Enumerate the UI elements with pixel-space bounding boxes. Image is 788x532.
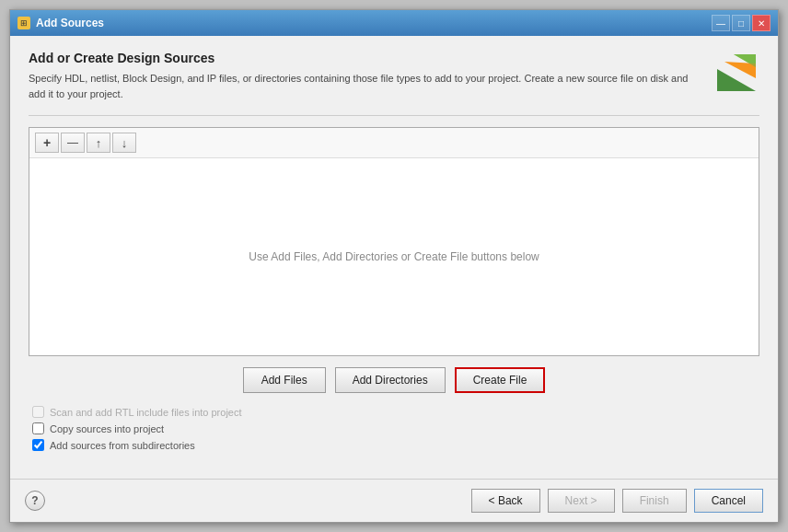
back-button[interactable]: < Back <box>471 489 540 513</box>
options-section: Scan and add RTL include files into proj… <box>29 406 759 451</box>
copy-checkbox[interactable] <box>32 422 44 434</box>
window-title: Add Sources <box>36 17 104 29</box>
minimize-button[interactable]: — <box>712 15 730 31</box>
page-title: Add or Create Design Sources <box>29 51 690 65</box>
subdirs-option-row: Add sources from subdirectories <box>32 439 759 451</box>
add-file-toolbar-button[interactable]: + <box>35 133 59 153</box>
move-up-toolbar-button[interactable]: ↑ <box>87 133 110 153</box>
main-content: Add or Create Design Sources Specify HDL… <box>10 36 778 479</box>
subdirs-label: Add sources from subdirectories <box>50 440 195 451</box>
minus-icon: — <box>67 136 78 149</box>
bottom-bar: ? < Back Next > Finish Cancel <box>10 479 778 522</box>
add-files-button[interactable]: Add Files <box>243 367 326 393</box>
header-section: Add or Create Design Sources Specify HDL… <box>29 51 759 102</box>
bottom-left: ? <box>25 491 45 511</box>
maximize-button[interactable]: □ <box>732 15 750 31</box>
close-button[interactable]: ✕ <box>752 15 771 31</box>
remove-file-toolbar-button[interactable]: — <box>61 133 85 153</box>
file-list-placeholder: Use Add Files, Add Directories or Create… <box>249 250 539 263</box>
header-separator <box>29 115 759 116</box>
add-directories-button[interactable]: Add Directories <box>335 367 446 393</box>
logo-icon <box>708 51 759 102</box>
move-down-toolbar-button[interactable]: ↓ <box>112 133 136 153</box>
scan-option-row: Scan and add RTL include files into proj… <box>32 406 759 418</box>
header-text: Add or Create Design Sources Specify HDL… <box>29 51 708 101</box>
file-list-area: Use Add Files, Add Directories or Create… <box>29 158 759 355</box>
copy-option-row: Copy sources into project <box>32 422 759 434</box>
header-description: Specify HDL, netlist, Block Design, and … <box>29 71 690 101</box>
copy-label: Copy sources into project <box>50 423 164 434</box>
scan-label: Scan and add RTL include files into proj… <box>50 407 242 418</box>
title-bar: ⊞ Add Sources — □ ✕ <box>10 10 778 36</box>
main-window: ⊞ Add Sources — □ ✕ Add or Create Design… <box>9 9 779 523</box>
title-buttons: — □ ✕ <box>712 15 771 31</box>
bottom-right: < Back Next > Finish Cancel <box>471 489 763 513</box>
create-file-button[interactable]: Create File <box>455 367 546 393</box>
arrow-up-icon: ↑ <box>96 136 102 150</box>
scan-checkbox[interactable] <box>32 406 44 418</box>
action-buttons: Add Files Add Directories Create File <box>29 367 759 393</box>
file-panel: + — ↑ ↓ Use Add Files, Add Directories o… <box>29 127 759 356</box>
arrow-down-icon: ↓ <box>122 136 128 150</box>
window-icon: ⊞ <box>17 17 30 29</box>
cancel-button[interactable]: Cancel <box>694 489 763 513</box>
help-button[interactable]: ? <box>25 491 45 511</box>
next-button[interactable]: Next > <box>548 489 615 513</box>
add-icon: + <box>43 135 51 150</box>
subdirs-checkbox[interactable] <box>32 439 44 451</box>
finish-button[interactable]: Finish <box>622 489 687 513</box>
file-toolbar: + — ↑ ↓ <box>29 128 759 158</box>
